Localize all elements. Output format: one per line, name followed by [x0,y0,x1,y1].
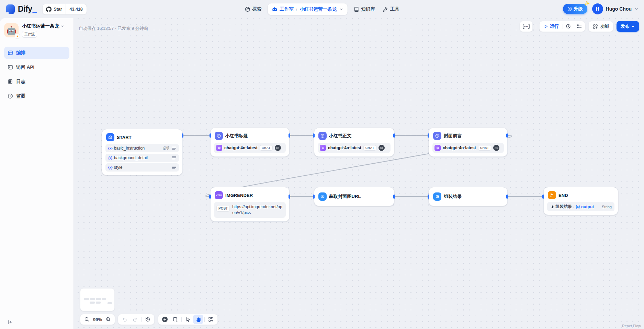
zoom-level[interactable]: 99% [92,317,103,322]
node-llm-title[interactable]: 小红书标题 chatgpt-4o-latest CHAT [210,128,290,157]
breadcrumb-app-name[interactable]: 小红书运营一条龙 [300,6,337,12]
handle-llm-cover-in[interactable] [428,133,429,138]
variable-row: {x} basic_instruction 必填 [105,144,179,152]
handle-imgrender-out[interactable] [289,195,290,199]
features-button[interactable]: 功能 [589,21,613,32]
checklist-icon [577,24,582,29]
node-llm-cover[interactable]: 封面前言 chatgpt-4o-latest CHAT [429,128,508,157]
node-body: chatgpt-4o-latest CHAT [429,143,507,156]
paragraph-icon [172,166,176,169]
logs-icon [8,79,13,84]
http-method-badge: POST [216,205,230,212]
output-variable-name: output [581,204,594,209]
sidebar-item-label: 访问 API [16,64,34,70]
avatar[interactable]: H [592,3,603,14]
main-nav: 探索 工作室 / 小红书运营一条龙 知识库 工具 [243,3,401,15]
github-star-button[interactable]: Star 43,418 [42,4,87,15]
handle-end-in[interactable] [542,195,544,199]
node-header: 小红书标题 [211,128,289,143]
nav-explore[interactable]: 探索 [243,4,263,14]
node-start[interactable]: START {x} basic_instruction 必填 {x} backg… [102,129,183,175]
variable-type: String [602,205,612,209]
handle-llm-title-in[interactable] [210,133,211,138]
redo-button[interactable] [130,315,140,324]
sidebar-item-monitoring[interactable]: 监测 [4,90,69,102]
top-header: Dify_ Star 43,418 探索 工作室 / 小红书运营一条龙 知识库 [0,0,644,18]
http-icon-text: HTTP [216,194,222,197]
handle-llm-body-out[interactable] [393,133,395,138]
required-label: 必填 [163,146,170,151]
checklist-button[interactable] [574,21,585,32]
upgrade-button[interactable]: 升级 ✨ [563,4,587,14]
app-meta: 小红书运营一条龙 工作流 [22,23,64,38]
app-title-row[interactable]: 小红书运营一条龙 [22,23,64,29]
run-button[interactable]: 运行 [540,21,563,32]
handle-template-in[interactable] [428,195,429,199]
undo-button[interactable] [120,315,130,324]
add-node-icon [162,316,168,322]
chevron-down-icon [60,24,64,28]
handle-llm-title-out[interactable] [289,133,290,138]
hand-mode-button[interactable] [193,315,203,324]
handle-code-out[interactable] [393,195,395,199]
handle-llm-body-in[interactable] [313,133,315,138]
collapse-sidebar-button[interactable] [8,319,13,325]
github-star-left[interactable]: Star [43,4,65,14]
handle-llm-cover-out[interactable] [506,133,508,138]
pointer-mode-button[interactable] [183,315,193,324]
history-clock-icon [145,317,150,322]
sidebar-item-logs[interactable]: 日志 [4,75,69,88]
node-title: 封面前言 [444,133,462,139]
handle-code-in[interactable] [313,195,315,199]
app-icon[interactable]: 🤖 [4,23,19,37]
add-note-button[interactable] [170,315,180,324]
http-icon: HTTP [215,191,223,199]
toolbar-divider [181,317,182,322]
breadcrumb-separator: / [296,7,297,12]
handle-template-out[interactable] [506,195,508,199]
nav-studio-breadcrumb[interactable]: 工作室 / 小红书运营一条龙 [268,3,347,15]
redo-icon [132,317,138,322]
node-llm-body[interactable]: 小红书正文 chatgpt-4o-latest CHAT [314,128,394,157]
sidebar-item-api[interactable]: 访问 API [4,61,69,73]
sidebar-item-orchestrate[interactable]: 编排 [4,47,69,59]
handle-imgrender-in[interactable] [209,195,211,199]
node-code-get-cover-url[interactable]: 获取封面图URL [314,187,394,206]
nav-tools[interactable]: 工具 [381,4,401,14]
variable-icon: {x} [108,146,112,150]
node-end[interactable]: END 组装结果 / {x} output String [543,187,618,215]
book-icon [353,7,359,12]
breadcrumb-studio[interactable]: 工作室 [280,6,294,12]
minimap-node [102,298,106,300]
node-title: 组装结果 [444,193,462,200]
play-icon [543,24,548,29]
history-toolbar [118,314,155,325]
add-node-button[interactable] [160,315,170,324]
zoom-in-button[interactable] [103,315,113,324]
workflow-type-badge [15,34,20,39]
node-title: 获取封面图URL [329,193,361,200]
github-star-label: Star [54,7,62,12]
auto-layout-icon [208,317,214,322]
handle-start-out[interactable] [182,133,183,138]
header-right: 升级 ✨ H Hugo Chou [563,3,639,14]
nav-knowledge[interactable]: 知识库 [352,4,376,14]
template-mini-icon [550,205,554,209]
chat-mode-badge: CHAT [478,145,491,151]
nav-explore-label: 探索 [252,6,261,12]
run-history-button[interactable] [563,21,574,32]
version-history-button[interactable] [143,315,153,324]
minimap[interactable] [80,288,115,311]
minimap-node [96,302,101,304]
env-variables-button[interactable]: ENV [520,21,533,32]
node-template-assemble[interactable]: 组装结果 [429,187,508,206]
publish-button[interactable]: 发布 [617,21,639,32]
variable-name: style [114,165,170,170]
minimap-node [96,298,101,300]
github-star-count: 43,418 [66,4,87,14]
zoom-out-button[interactable] [82,315,92,324]
node-http-imgrender[interactable]: HTTP IMGRENDER POST https://api.imgrende… [210,187,290,222]
model-name: chatgpt-4o-latest [224,145,258,150]
organize-nodes-button[interactable] [206,315,216,324]
user-menu[interactable]: H Hugo Chou [592,3,639,14]
